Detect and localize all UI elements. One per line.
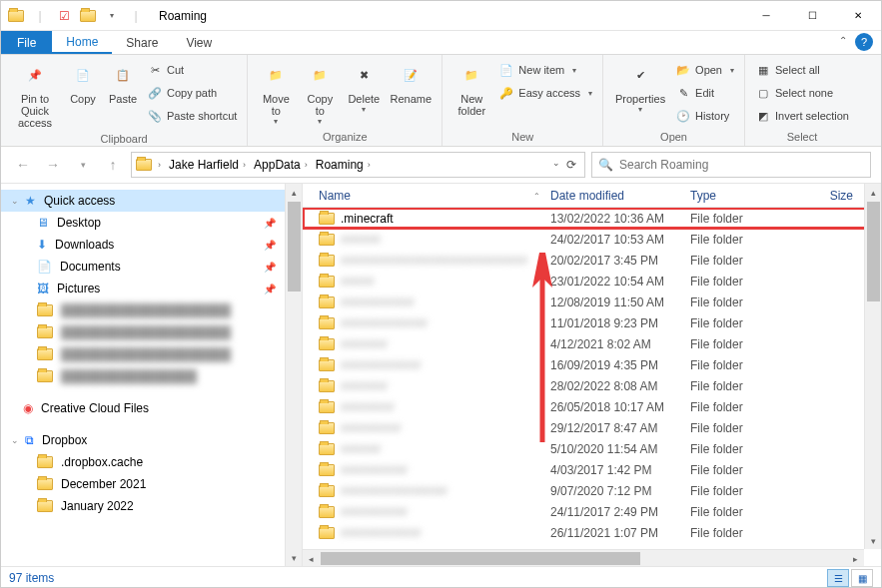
file-row[interactable]: #########29/12/2017 8:47 AMFile folder xyxy=(303,417,881,438)
cut-button[interactable]: ✂Cut xyxy=(143,59,241,81)
scroll-thumb[interactable] xyxy=(321,552,640,565)
sidebar-item-pictures[interactable]: 🖼Pictures📌 xyxy=(1,278,302,299)
file-row[interactable]: .minecraft13/02/2022 10:36 AMFile folder xyxy=(303,208,881,229)
file-row[interactable]: ##########4/03/2017 1:42 PMFile folder xyxy=(303,459,881,480)
group-label-new: New xyxy=(448,129,596,146)
folder-icon xyxy=(319,401,335,413)
file-row[interactable]: #####23/01/2022 10:54 AMFile folder xyxy=(303,271,881,292)
pin-quick-access-button[interactable]: 📌Pin to Quick access xyxy=(7,57,63,131)
thumbnails-view-button[interactable]: ▦ xyxy=(851,569,873,587)
paste-shortcut-button[interactable]: 📎Paste shortcut xyxy=(143,105,241,127)
select-all-button[interactable]: ▦Select all xyxy=(751,59,853,81)
sidebar-item-blurred[interactable]: ████████████████████ xyxy=(1,299,302,321)
sidebar-item-blurred[interactable]: ████████████████████ xyxy=(1,343,302,365)
file-row[interactable]: ################9/07/2020 7:12 PMFile fo… xyxy=(303,480,881,501)
column-name[interactable]: Name⌃ xyxy=(303,189,550,203)
help-icon[interactable]: ? xyxy=(855,33,873,51)
breadcrumb-item[interactable]: AppData› xyxy=(252,158,310,172)
up-button[interactable]: ↑ xyxy=(101,153,125,177)
copy-to-button[interactable]: 📁Copy to▾ xyxy=(298,57,342,128)
qat-folder-icon[interactable] xyxy=(5,5,27,27)
open-button[interactable]: 📂Open▾ xyxy=(671,59,738,81)
search-input[interactable] xyxy=(619,158,864,172)
back-button[interactable]: ← xyxy=(11,153,35,177)
select-none-button[interactable]: ▢Select none xyxy=(751,82,853,104)
rename-button[interactable]: 📝Rename xyxy=(386,57,436,107)
copy-path-button[interactable]: 🔗Copy path xyxy=(143,82,241,104)
qat-dropdown-icon[interactable]: ▾ xyxy=(101,5,123,27)
sidebar-item-desktop[interactable]: 🖥Desktop📌 xyxy=(1,212,302,234)
folder-icon xyxy=(37,348,53,360)
easy-access-button[interactable]: 🔑Easy access▾ xyxy=(494,82,596,104)
file-row[interactable]: ###########12/08/2019 11:50 AMFile folde… xyxy=(303,292,881,312)
sidebar-item-dropbox-cache[interactable]: .dropbox.cache xyxy=(1,451,302,473)
tab-view[interactable]: View xyxy=(172,31,226,54)
history-button[interactable]: 🕑History xyxy=(671,105,738,127)
scroll-thumb[interactable] xyxy=(867,202,880,301)
sidebar-item-december[interactable]: December 2021 xyxy=(1,473,302,495)
collapse-ribbon-icon[interactable]: ⌃ xyxy=(839,35,847,46)
close-button[interactable]: ✕ xyxy=(835,1,881,31)
ribbon: 📌Pin to Quick access 📄Copy 📋Paste ✂Cut 🔗… xyxy=(1,55,881,147)
sidebar-quick-access[interactable]: ⌄★Quick access xyxy=(1,190,302,212)
file-row[interactable]: ########26/05/2018 10:17 AMFile folder xyxy=(303,396,881,417)
vertical-scrollbar[interactable]: ▴ ▾ xyxy=(864,184,881,549)
scroll-up-icon[interactable]: ▴ xyxy=(286,184,303,201)
file-row[interactable]: ############################20/02/2017 3… xyxy=(303,250,881,271)
edit-button[interactable]: ✎Edit xyxy=(671,82,738,104)
file-row[interactable]: ##########24/11/2017 2:49 PMFile folder xyxy=(303,501,881,522)
search-box[interactable]: 🔍 xyxy=(591,152,871,178)
refresh-icon[interactable]: ⟳ xyxy=(566,158,576,172)
tab-file[interactable]: File xyxy=(1,31,52,54)
addr-dropdown-icon[interactable]: ⌄ xyxy=(552,158,560,172)
paste-button[interactable]: 📋Paste xyxy=(103,57,143,107)
file-row[interactable]: #############11/01/2018 9:23 PMFile fold… xyxy=(303,312,881,333)
rename-icon: 📝 xyxy=(395,59,427,91)
star-icon: ★ xyxy=(25,194,36,208)
sidebar-scrollbar[interactable]: ▴ ▾ xyxy=(285,184,302,566)
file-row[interactable]: ############26/11/2021 1:07 PMFile folde… xyxy=(303,522,881,543)
new-item-button[interactable]: 📄New item▾ xyxy=(494,59,596,81)
tab-share[interactable]: Share xyxy=(112,31,172,54)
tab-home[interactable]: Home xyxy=(52,31,112,54)
file-row[interactable]: #######28/02/2022 8:08 AMFile folder xyxy=(303,375,881,396)
scroll-left-icon[interactable]: ◂ xyxy=(303,550,320,567)
file-row[interactable]: ############16/09/2019 4:35 PMFile folde… xyxy=(303,354,881,375)
sidebar-item-downloads[interactable]: ⬇Downloads📌 xyxy=(1,234,302,256)
scroll-up-icon[interactable]: ▴ xyxy=(865,184,882,201)
sidebar-item-documents[interactable]: 📄Documents📌 xyxy=(1,256,302,278)
cut-icon: ✂ xyxy=(147,62,163,78)
qat-properties-icon[interactable]: ☑ xyxy=(53,5,75,27)
qat-newfolder-icon[interactable] xyxy=(77,5,99,27)
forward-button[interactable]: → xyxy=(41,153,65,177)
minimize-button[interactable]: ─ xyxy=(743,1,789,31)
sidebar-item-blurred[interactable]: ████████████████████ xyxy=(1,321,302,343)
sidebar-dropbox[interactable]: ⌄⧉Dropbox xyxy=(1,429,302,451)
scroll-right-icon[interactable]: ▸ xyxy=(847,550,864,567)
sidebar-creative-cloud[interactable]: ◉Creative Cloud Files xyxy=(1,397,302,419)
breadcrumb-sep[interactable]: › xyxy=(156,160,163,170)
column-type[interactable]: Type xyxy=(690,189,788,203)
move-to-button[interactable]: 📁Move to▾ xyxy=(254,57,298,128)
file-row[interactable]: #######4/12/2021 8:02 AMFile folder xyxy=(303,333,881,354)
horizontal-scrollbar[interactable]: ◂ ▸ xyxy=(303,549,864,566)
file-row[interactable]: ######5/10/2020 11:54 AMFile folder xyxy=(303,438,881,459)
recent-dropdown[interactable]: ▾ xyxy=(71,153,95,177)
sidebar-item-january[interactable]: January 2022 xyxy=(1,495,302,517)
scroll-thumb[interactable] xyxy=(288,202,301,292)
breadcrumb-item[interactable]: Jake Harfield› xyxy=(167,158,248,172)
delete-button[interactable]: ✖Delete▾ xyxy=(342,57,386,116)
file-row[interactable]: ######24/02/2017 10:53 AMFile folder xyxy=(303,229,881,250)
maximize-button[interactable]: ☐ xyxy=(789,1,835,31)
scroll-down-icon[interactable]: ▾ xyxy=(286,549,303,566)
properties-button[interactable]: ✔Properties▾ xyxy=(609,57,671,116)
invert-selection-button[interactable]: ◩Invert selection xyxy=(751,105,853,127)
breadcrumb-item[interactable]: Roaming› xyxy=(314,158,373,172)
sidebar-item-blurred[interactable]: ████████████████ xyxy=(1,365,302,387)
new-folder-button[interactable]: 📁New folder xyxy=(448,57,494,119)
scroll-down-icon[interactable]: ▾ xyxy=(865,532,882,549)
column-date[interactable]: Date modified xyxy=(550,189,690,203)
details-view-button[interactable]: ☰ xyxy=(827,569,849,587)
address-box[interactable]: › Jake Harfield› AppData› Roaming› ⌄ ⟳ xyxy=(131,152,585,178)
copy-button[interactable]: 📄Copy xyxy=(63,57,103,107)
